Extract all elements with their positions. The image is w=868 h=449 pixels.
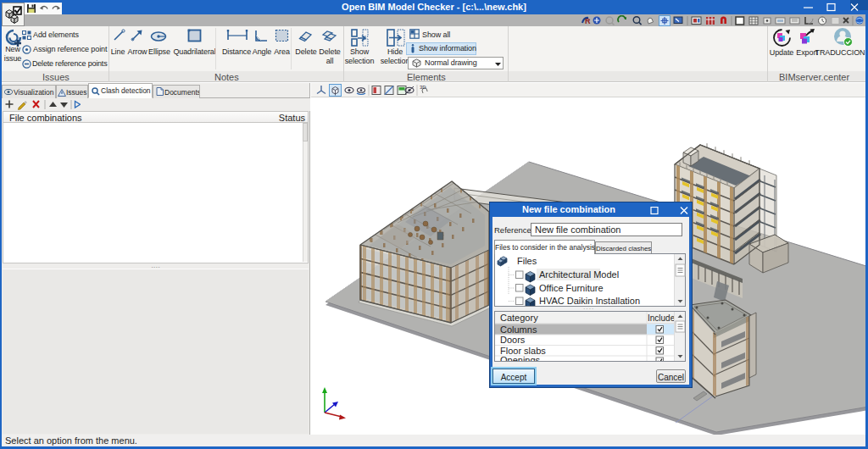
svg-text:Files: Files [517,256,537,266]
svg-text:Office Furniture: Office Furniture [539,283,604,293]
svg-text:Category: Category [500,313,538,323]
svg-text:R: R [585,17,591,25]
svg-text:HVAC Daikin Installation: HVAC Daikin Installation [539,296,640,306]
svg-text:Openings: Openings [500,355,541,361]
svg-text:3D: 3D [420,85,426,90]
svg-text:Floor slabs: Floor slabs [500,346,546,356]
svg-text:Include: Include [648,313,676,323]
svg-text:Doors: Doors [500,335,526,345]
svg-text:Architectural Model: Architectural Model [539,269,619,280]
svg-text:Columns: Columns [500,324,537,335]
